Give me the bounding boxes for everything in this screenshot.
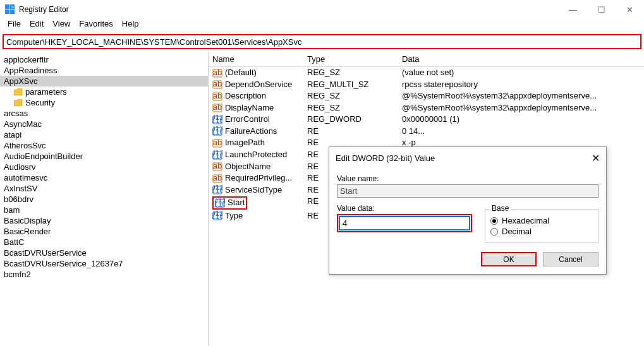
tree-item[interactable]: BasicRender <box>0 226 208 237</box>
tree-item-label: AtherosSvc <box>4 141 46 150</box>
radio-icon <box>490 217 498 225</box>
tree-item[interactable]: AppXSvc <box>0 76 208 86</box>
window-controls: — ☐ ✕ <box>559 0 644 19</box>
window-title: Registry Editor <box>19 5 559 14</box>
value-row[interactable]: ab(Default)REG_SZ(value not set) <box>209 67 644 79</box>
value-row[interactable]: 011110FailureActionsRE0 14... <box>209 126 644 138</box>
string-value-icon: ab <box>212 80 222 90</box>
tree-item[interactable]: AxInstSV <box>0 183 208 194</box>
tree-item-label: BasicRender <box>4 227 51 236</box>
tree-item-label: b06bdrv <box>4 194 33 204</box>
tree-item-label: arcsas <box>4 109 28 118</box>
registry-tree[interactable]: applockerfltrAppReadinessAppXSvcparamete… <box>0 52 209 346</box>
hex-label: Hexadecimal <box>502 216 549 225</box>
tree-item[interactable]: b06bdrv <box>0 194 208 205</box>
svg-text:110: 110 <box>212 212 222 221</box>
value-name: DisplayName <box>225 103 274 112</box>
dialog-close-icon[interactable]: ✕ <box>592 152 600 164</box>
value-data: (value not set) <box>398 68 644 78</box>
tree-item[interactable]: AudioEndpointBuilder <box>0 151 208 162</box>
radio-hexadecimal[interactable]: Hexadecimal <box>490 216 593 225</box>
tree-item-label: BcastDVRUserService <box>4 248 87 258</box>
menu-view[interactable]: View <box>49 19 74 32</box>
tree-item-label: autotimesvc <box>4 173 47 182</box>
value-row[interactable]: abDescriptionREG_SZ@%SystemRoot%\system3… <box>209 90 644 102</box>
svg-text:ab: ab <box>213 138 222 147</box>
ok-button[interactable]: OK <box>481 252 537 266</box>
menu-file[interactable]: File <box>4 19 25 32</box>
tree-item[interactable]: Security <box>0 97 208 108</box>
svg-text:110: 110 <box>212 127 222 136</box>
dword-value-icon: 011110 <box>212 211 222 221</box>
col-data[interactable]: Data <box>398 54 644 64</box>
cancel-button[interactable]: Cancel <box>543 252 598 266</box>
value-data: @%SystemRoot%\system32\appxdeploymentser… <box>398 103 644 114</box>
value-list: Name Type Data ab(Default)REG_SZ(value n… <box>209 52 644 346</box>
tree-item[interactable]: arcsas <box>0 108 208 119</box>
tree-item-label: BasicDisplay <box>4 216 51 225</box>
tree-item[interactable]: BcastDVRUserService <box>0 248 208 258</box>
value-data: @%SystemRoot%\system32\appxdeploymentser… <box>398 91 644 102</box>
close-button[interactable]: ✕ <box>616 0 644 19</box>
menu-bar: File Edit View Favorites Help <box>0 19 644 32</box>
value-row[interactable]: abDisplayNameREG_SZ@%SystemRoot%\system3… <box>209 102 644 114</box>
edit-dword-dialog: Edit DWORD (32-bit) Value ✕ Value name: … <box>329 146 607 275</box>
tree-item[interactable]: AppReadiness <box>0 65 208 76</box>
address-text: Computer\HKEY_LOCAL_MACHINE\SYSTEM\Contr… <box>6 37 301 47</box>
string-value-icon: ab <box>212 174 222 184</box>
value-name: Start <box>228 198 245 207</box>
value-row[interactable]: 011110ErrorControlREG_DWORD0x00000001 (1… <box>209 114 644 126</box>
app-icon <box>5 4 15 15</box>
tree-item[interactable]: BasicDisplay <box>0 215 208 226</box>
value-name: RequiredPrivileg... <box>225 173 292 182</box>
value-data: rpcss staterepository <box>398 80 644 90</box>
tree-item-label: AppXSvc <box>4 76 37 86</box>
menu-favorites[interactable]: Favorites <box>75 19 116 32</box>
dword-value-icon: 011110 <box>212 115 222 125</box>
string-value-icon: ab <box>212 92 222 102</box>
radio-decimal[interactable]: Decimal <box>490 227 593 236</box>
tree-item[interactable]: atapi <box>0 129 208 140</box>
tree-item[interactable]: BcastDVRUserService_12637e7 <box>0 258 208 269</box>
tree-item[interactable]: autotimesvc <box>0 172 208 183</box>
value-row[interactable]: abDependOnServiceREG_MULTI_SZrpcss state… <box>209 79 644 91</box>
col-name[interactable]: Name <box>209 54 303 64</box>
tree-item[interactable]: BattC <box>0 237 208 248</box>
address-bar[interactable]: Computer\HKEY_LOCAL_MACHINE\SYSTEM\Contr… <box>3 34 641 49</box>
maximize-button[interactable]: ☐ <box>587 0 616 19</box>
tree-item-label: Audiosrv <box>4 162 36 172</box>
menu-edit[interactable]: Edit <box>26 19 47 32</box>
tree-item[interactable]: bam <box>0 205 208 215</box>
tree-item-label: BattC <box>4 237 25 247</box>
tree-item[interactable]: AsyncMac <box>0 119 208 129</box>
minimize-button[interactable]: — <box>559 0 587 19</box>
value-name: ObjectName <box>225 162 270 171</box>
tree-item[interactable]: bcmfn2 <box>0 269 208 280</box>
string-value-icon: ab <box>212 162 222 172</box>
value-name: ImagePath <box>225 138 265 147</box>
tree-item[interactable]: Audiosrv <box>0 162 208 172</box>
folder-icon <box>14 88 23 96</box>
value-data-input[interactable] <box>339 217 470 230</box>
value-header: Name Type Data <box>209 52 644 67</box>
string-value-icon: ab <box>212 68 222 78</box>
tree-item-label: AudioEndpointBuilder <box>4 152 83 161</box>
tree-item[interactable]: AtherosSvc <box>0 140 208 151</box>
tree-item-label: BcastDVRUserService_12637e7 <box>4 259 123 268</box>
value-name: Type <box>225 211 243 220</box>
dialog-title: Edit DWORD (32-bit) Value <box>336 153 592 163</box>
value-name-label: Value name: <box>337 174 598 183</box>
string-value-icon: ab <box>212 103 222 113</box>
svg-text:ab: ab <box>213 92 222 100</box>
tree-item-label: bcmfn2 <box>4 270 31 279</box>
value-type: RE <box>303 126 398 137</box>
svg-text:110: 110 <box>212 116 222 125</box>
menu-help[interactable]: Help <box>118 19 143 32</box>
tree-item[interactable]: parameters <box>0 86 208 97</box>
col-type[interactable]: Type <box>303 54 398 64</box>
value-type: REG_SZ <box>303 103 398 114</box>
tree-item[interactable]: applockerfltr <box>0 54 208 65</box>
value-type: REG_SZ <box>303 91 398 102</box>
base-group: Base Hexadecimal Decimal <box>485 209 598 243</box>
value-type: REG_MULTI_SZ <box>303 80 398 90</box>
